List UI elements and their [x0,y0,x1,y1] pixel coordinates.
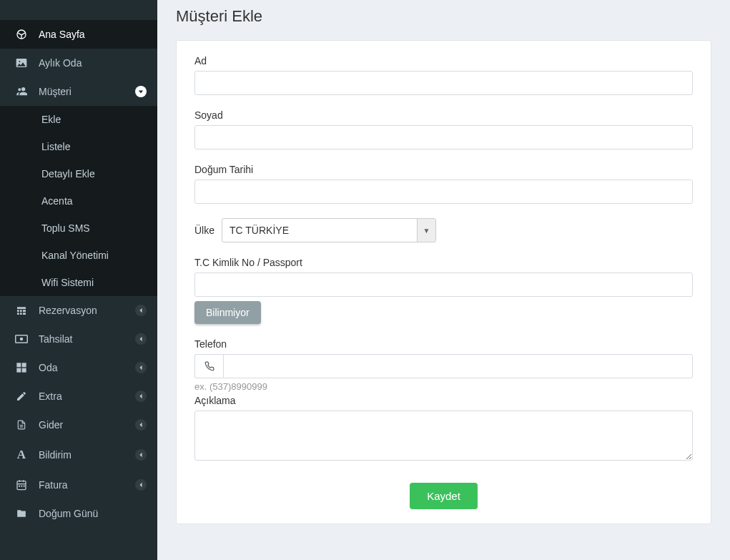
chevron-left-icon [135,362,147,373]
phone-icon [194,354,223,378]
svg-rect-3 [22,363,26,367]
sidebar-subitem-wifi-sistemi[interactable]: Wifi Sistemi [0,269,157,296]
svg-point-1 [20,338,24,341]
telefon-label: Telefon [194,338,693,350]
telefon-hint: ex. (537)8990999 [194,381,693,392]
sidebar-item-label: Rezervasyon [39,305,135,316]
sidebar-subitem-listele[interactable]: Listele [0,133,157,160]
ulke-label: Ülke [194,225,214,236]
sidebar-item-extra[interactable]: Extra [0,382,157,411]
bilinmiyor-button[interactable]: Bilinmiyor [194,301,261,324]
sidebar-item-label: Aylık Oda [39,57,147,69]
grid4-icon [14,362,29,373]
dogum-input[interactable] [194,180,693,204]
ad-input[interactable] [194,71,693,95]
sidebar-item-label: Ana Sayfa [39,29,147,40]
svg-rect-13 [21,486,22,487]
users-icon [14,86,29,97]
sidebar-subitem-acenta[interactable]: Acenta [0,187,157,215]
doc-icon [14,419,29,431]
sidebar-item-gider[interactable]: Gider [0,411,157,439]
edit-icon [14,390,29,402]
sidebar: Ana SayfaAylık OdaMüşteriEkleListeleDeta… [0,0,157,560]
ad-label: Ad [194,55,693,67]
sidebar-item-doğum-günü[interactable]: Doğum Günü [0,499,157,528]
sidebar-item-tahsilat[interactable]: Tahsilat [0,325,157,353]
soyad-input[interactable] [194,125,693,149]
money-icon [14,334,29,344]
letter-a-icon: A [14,448,29,462]
sidebar-header [0,0,157,20]
chevron-left-icon [135,333,147,345]
svg-rect-12 [19,486,20,487]
sidebar-item-label: Oda [39,362,135,373]
image-icon [14,57,29,69]
sidebar-subitem-detaylı-ekle[interactable]: Detaylı Ekle [0,160,157,187]
telefon-input[interactable] [223,354,693,378]
chevron-down-icon: ▼ [417,219,435,242]
aciklama-label: Açıklama [194,395,693,406]
ulke-select[interactable]: TC TÜRKİYE ▼ [222,218,436,242]
page-title: Müşteri Ekle [176,7,711,26]
calendar-icon [14,479,29,491]
form-panel: Ad Soyad Doğum Tarihi Ülke TC TÜRKİYE [176,40,711,524]
chevron-left-icon [135,305,147,316]
svg-rect-2 [16,363,21,367]
sidebar-subitem-toplu-sms[interactable]: Toplu SMS [0,215,157,242]
sidebar-item-bildirim[interactable]: ABildirim [0,439,157,471]
main-content: Müşteri Ekle Ad Soyad Doğum Tarihi Ülke [157,0,730,560]
aciklama-input[interactable] [194,411,693,461]
sidebar-item-label: Bildirim [39,449,135,461]
sidebar-item-label: Doğum Günü [39,508,147,519]
sidebar-item-oda[interactable]: Oda [0,353,157,382]
sidebar-item-label: Fatura [39,479,135,491]
svg-rect-14 [24,486,25,487]
svg-rect-5 [22,368,26,373]
chevron-left-icon [135,479,147,491]
sidebar-item-label: Tahsilat [39,333,135,345]
soyad-label: Soyad [194,109,693,121]
ulke-selected-value: TC TÜRKİYE [222,220,417,240]
svg-rect-4 [16,368,21,373]
sidebar-item-label: Gider [39,419,135,431]
dashboard-icon [14,29,29,40]
chevron-left-icon [135,419,147,431]
sidebar-item-fatura[interactable]: Fatura [0,471,157,499]
sidebar-item-rezervasyon[interactable]: Rezervasyon [0,296,157,325]
tc-label: T.C Kimlik No / Passport [194,257,693,268]
folder-icon [14,509,29,519]
chevron-down-icon [135,86,147,97]
sidebar-subitem-kanal-yönetimi[interactable]: Kanal Yönetimi [0,242,157,269]
chevron-left-icon [135,390,147,402]
sidebar-item-label: Müşteri [39,86,135,97]
sidebar-item-label: Extra [39,390,135,402]
sidebar-item-aylık-oda[interactable]: Aylık Oda [0,49,157,77]
dogum-label: Doğum Tarihi [194,164,693,175]
calendar-grid-icon [14,305,29,316]
sidebar-subitem-ekle[interactable]: Ekle [0,106,157,133]
tc-input[interactable] [194,272,693,297]
sidebar-item-ana-sayfa[interactable]: Ana Sayfa [0,20,157,49]
chevron-left-icon [135,449,147,461]
kaydet-button[interactable]: Kaydet [410,483,478,509]
sidebar-item-müşteri[interactable]: Müşteri [0,77,157,106]
